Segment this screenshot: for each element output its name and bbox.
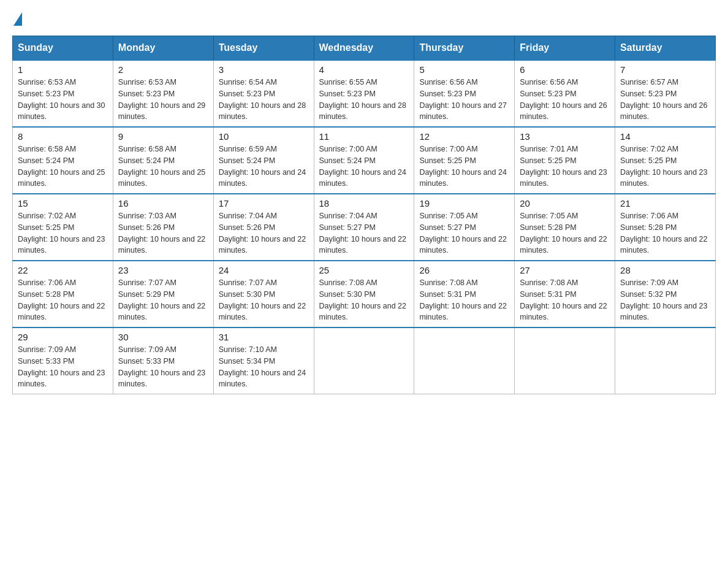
calendar-cell: 8 Sunrise: 6:58 AM Sunset: 5:24 PM Dayli… bbox=[13, 127, 113, 194]
logo bbox=[12, 12, 23, 23]
day-info: Sunrise: 7:03 AM Sunset: 5:26 PM Dayligh… bbox=[118, 210, 208, 256]
day-number: 13 bbox=[520, 131, 610, 142]
day-info: Sunrise: 7:08 AM Sunset: 5:31 PM Dayligh… bbox=[520, 277, 610, 323]
day-number: 2 bbox=[118, 64, 208, 75]
day-number: 22 bbox=[18, 265, 108, 275]
calendar-cell: 4 Sunrise: 6:55 AM Sunset: 5:23 PM Dayli… bbox=[314, 60, 414, 127]
day-number: 4 bbox=[319, 64, 409, 75]
day-number: 11 bbox=[319, 131, 409, 142]
day-info: Sunrise: 6:56 AM Sunset: 5:23 PM Dayligh… bbox=[520, 77, 610, 123]
day-number: 25 bbox=[319, 265, 409, 275]
day-number: 29 bbox=[18, 332, 108, 342]
day-number: 1 bbox=[18, 64, 108, 75]
calendar-cell bbox=[515, 327, 615, 394]
calendar-cell: 20 Sunrise: 7:05 AM Sunset: 5:28 PM Dayl… bbox=[515, 194, 615, 261]
day-number: 31 bbox=[219, 332, 309, 342]
day-info: Sunrise: 7:05 AM Sunset: 5:27 PM Dayligh… bbox=[419, 210, 509, 256]
day-info: Sunrise: 7:02 AM Sunset: 5:25 PM Dayligh… bbox=[18, 210, 108, 256]
calendar-cell: 25 Sunrise: 7:08 AM Sunset: 5:30 PM Dayl… bbox=[314, 261, 414, 327]
calendar-cell: 29 Sunrise: 7:09 AM Sunset: 5:33 PM Dayl… bbox=[13, 327, 113, 394]
calendar-week-2: 8 Sunrise: 6:58 AM Sunset: 5:24 PM Dayli… bbox=[13, 127, 716, 194]
day-number: 14 bbox=[620, 131, 710, 142]
calendar-cell: 11 Sunrise: 7:00 AM Sunset: 5:24 PM Dayl… bbox=[314, 127, 414, 194]
calendar-table: SundayMondayTuesdayWednesdayThursdayFrid… bbox=[12, 36, 716, 394]
calendar-cell: 16 Sunrise: 7:03 AM Sunset: 5:26 PM Dayl… bbox=[113, 194, 213, 261]
calendar-cell bbox=[414, 327, 515, 394]
day-info: Sunrise: 6:59 AM Sunset: 5:24 PM Dayligh… bbox=[219, 144, 309, 190]
day-info: Sunrise: 7:09 AM Sunset: 5:33 PM Dayligh… bbox=[18, 344, 108, 390]
day-info: Sunrise: 6:53 AM Sunset: 5:23 PM Dayligh… bbox=[118, 77, 208, 123]
calendar-cell: 31 Sunrise: 7:10 AM Sunset: 5:34 PM Dayl… bbox=[213, 327, 314, 394]
day-number: 23 bbox=[118, 265, 208, 275]
day-number: 24 bbox=[219, 265, 309, 275]
day-number: 27 bbox=[520, 265, 610, 275]
day-info: Sunrise: 7:04 AM Sunset: 5:26 PM Dayligh… bbox=[219, 210, 309, 256]
day-info: Sunrise: 7:06 AM Sunset: 5:28 PM Dayligh… bbox=[18, 277, 108, 323]
calendar-cell: 15 Sunrise: 7:02 AM Sunset: 5:25 PM Dayl… bbox=[13, 194, 113, 261]
day-number: 28 bbox=[620, 265, 710, 275]
day-info: Sunrise: 7:07 AM Sunset: 5:29 PM Dayligh… bbox=[118, 277, 208, 323]
calendar-cell: 18 Sunrise: 7:04 AM Sunset: 5:27 PM Dayl… bbox=[314, 194, 414, 261]
day-info: Sunrise: 7:00 AM Sunset: 5:25 PM Dayligh… bbox=[419, 144, 509, 190]
day-number: 7 bbox=[620, 64, 710, 75]
day-info: Sunrise: 6:57 AM Sunset: 5:23 PM Dayligh… bbox=[620, 77, 710, 123]
logo-text bbox=[12, 12, 23, 26]
calendar-cell: 12 Sunrise: 7:00 AM Sunset: 5:25 PM Dayl… bbox=[414, 127, 515, 194]
day-info: Sunrise: 7:02 AM Sunset: 5:25 PM Dayligh… bbox=[620, 144, 710, 190]
calendar-cell: 6 Sunrise: 6:56 AM Sunset: 5:23 PM Dayli… bbox=[515, 60, 615, 127]
calendar-cell: 19 Sunrise: 7:05 AM Sunset: 5:27 PM Dayl… bbox=[414, 194, 515, 261]
calendar-week-4: 22 Sunrise: 7:06 AM Sunset: 5:28 PM Dayl… bbox=[13, 261, 716, 327]
day-number: 17 bbox=[219, 198, 309, 209]
day-info: Sunrise: 6:58 AM Sunset: 5:24 PM Dayligh… bbox=[118, 144, 208, 190]
calendar-header-thursday: Thursday bbox=[414, 36, 515, 61]
day-number: 6 bbox=[520, 64, 610, 75]
day-number: 9 bbox=[118, 131, 208, 142]
calendar-cell: 2 Sunrise: 6:53 AM Sunset: 5:23 PM Dayli… bbox=[113, 60, 213, 127]
calendar-cell: 21 Sunrise: 7:06 AM Sunset: 5:28 PM Dayl… bbox=[615, 194, 716, 261]
day-info: Sunrise: 7:08 AM Sunset: 5:30 PM Dayligh… bbox=[319, 277, 409, 323]
calendar-cell: 22 Sunrise: 7:06 AM Sunset: 5:28 PM Dayl… bbox=[13, 261, 113, 327]
day-number: 21 bbox=[620, 198, 710, 209]
calendar-week-1: 1 Sunrise: 6:53 AM Sunset: 5:23 PM Dayli… bbox=[13, 60, 716, 127]
calendar-cell: 9 Sunrise: 6:58 AM Sunset: 5:24 PM Dayli… bbox=[113, 127, 213, 194]
day-number: 5 bbox=[419, 64, 509, 75]
calendar-header-monday: Monday bbox=[113, 36, 213, 61]
day-info: Sunrise: 7:05 AM Sunset: 5:28 PM Dayligh… bbox=[520, 210, 610, 256]
calendar-header-wednesday: Wednesday bbox=[314, 36, 414, 61]
day-info: Sunrise: 7:10 AM Sunset: 5:34 PM Dayligh… bbox=[219, 344, 309, 390]
day-info: Sunrise: 6:54 AM Sunset: 5:23 PM Dayligh… bbox=[219, 77, 309, 123]
day-number: 18 bbox=[319, 198, 409, 209]
calendar-cell: 5 Sunrise: 6:56 AM Sunset: 5:23 PM Dayli… bbox=[414, 60, 515, 127]
calendar-header-row: SundayMondayTuesdayWednesdayThursdayFrid… bbox=[13, 36, 716, 61]
day-number: 15 bbox=[18, 198, 108, 209]
calendar-cell: 23 Sunrise: 7:07 AM Sunset: 5:29 PM Dayl… bbox=[113, 261, 213, 327]
day-number: 8 bbox=[18, 131, 108, 142]
page-header bbox=[12, 12, 716, 23]
calendar-header-friday: Friday bbox=[515, 36, 615, 61]
day-number: 30 bbox=[118, 332, 208, 342]
calendar-header-saturday: Saturday bbox=[615, 36, 716, 61]
day-info: Sunrise: 7:08 AM Sunset: 5:31 PM Dayligh… bbox=[419, 277, 509, 323]
logo-triangle-icon bbox=[13, 12, 22, 26]
day-info: Sunrise: 7:00 AM Sunset: 5:24 PM Dayligh… bbox=[319, 144, 409, 190]
calendar-cell bbox=[615, 327, 716, 394]
day-info: Sunrise: 6:56 AM Sunset: 5:23 PM Dayligh… bbox=[419, 77, 509, 123]
day-info: Sunrise: 7:09 AM Sunset: 5:32 PM Dayligh… bbox=[620, 277, 710, 323]
calendar-header-tuesday: Tuesday bbox=[213, 36, 314, 61]
day-info: Sunrise: 7:06 AM Sunset: 5:28 PM Dayligh… bbox=[620, 210, 710, 256]
day-info: Sunrise: 7:07 AM Sunset: 5:30 PM Dayligh… bbox=[219, 277, 309, 323]
calendar-cell: 7 Sunrise: 6:57 AM Sunset: 5:23 PM Dayli… bbox=[615, 60, 716, 127]
calendar-cell bbox=[314, 327, 414, 394]
calendar-cell: 14 Sunrise: 7:02 AM Sunset: 5:25 PM Dayl… bbox=[615, 127, 716, 194]
day-number: 10 bbox=[219, 131, 309, 142]
day-number: 26 bbox=[419, 265, 509, 275]
calendar-cell: 10 Sunrise: 6:59 AM Sunset: 5:24 PM Dayl… bbox=[213, 127, 314, 194]
calendar-week-5: 29 Sunrise: 7:09 AM Sunset: 5:33 PM Dayl… bbox=[13, 327, 716, 394]
calendar-cell: 1 Sunrise: 6:53 AM Sunset: 5:23 PM Dayli… bbox=[13, 60, 113, 127]
calendar-cell: 24 Sunrise: 7:07 AM Sunset: 5:30 PM Dayl… bbox=[213, 261, 314, 327]
calendar-cell: 3 Sunrise: 6:54 AM Sunset: 5:23 PM Dayli… bbox=[213, 60, 314, 127]
day-info: Sunrise: 6:55 AM Sunset: 5:23 PM Dayligh… bbox=[319, 77, 409, 123]
day-info: Sunrise: 6:53 AM Sunset: 5:23 PM Dayligh… bbox=[18, 77, 108, 123]
day-info: Sunrise: 7:04 AM Sunset: 5:27 PM Dayligh… bbox=[319, 210, 409, 256]
day-number: 16 bbox=[118, 198, 208, 209]
